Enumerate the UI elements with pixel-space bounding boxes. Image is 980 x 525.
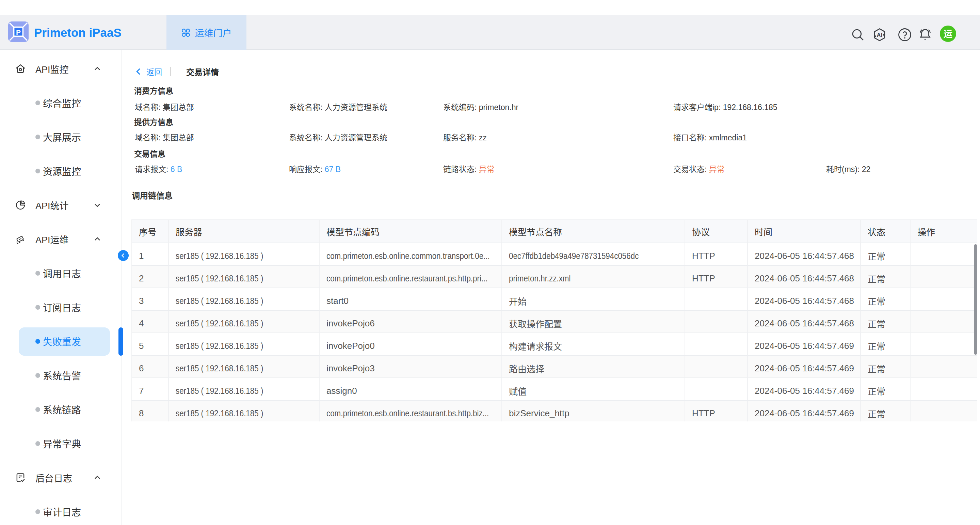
svg-text:AI: AI [877, 31, 882, 38]
svg-text:P: P [16, 28, 21, 36]
